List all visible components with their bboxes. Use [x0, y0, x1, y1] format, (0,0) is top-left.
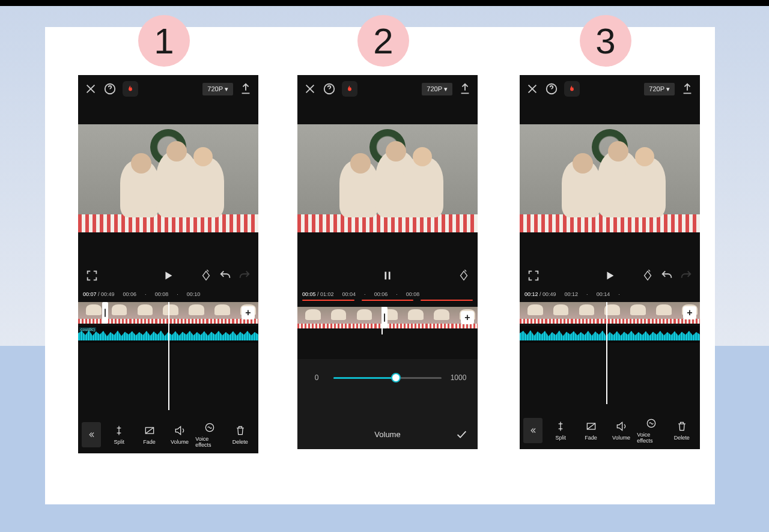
video-preview[interactable]	[520, 124, 700, 232]
playback-controls	[78, 261, 258, 290]
tool-delete[interactable]: Delete	[226, 425, 255, 445]
svg-rect-4	[384, 272, 386, 280]
volume-min-label: 0	[308, 373, 325, 382]
export-icon[interactable]	[458, 82, 472, 95]
export-icon[interactable]	[239, 82, 252, 95]
redo-icon[interactable]	[238, 269, 251, 282]
playhead[interactable]	[381, 307, 383, 334]
tool-voice-effects[interactable]: Voice effects	[195, 422, 224, 448]
resolution-button[interactable]: 720P▾	[644, 83, 675, 95]
step-badge-2: 2	[357, 15, 409, 67]
clip-track[interactable]: +	[520, 302, 700, 324]
audio-clip-label: coustic)	[79, 327, 96, 331]
volume-panel: 0 1000 Volume	[297, 359, 478, 449]
back-button[interactable]	[82, 422, 101, 447]
chevron-down-icon: ▾	[225, 85, 228, 93]
phone-screen-1: 720P▾	[78, 75, 258, 453]
play-icon[interactable]	[603, 269, 616, 282]
playhead[interactable]	[168, 302, 169, 410]
help-icon[interactable]	[545, 82, 558, 95]
tool-split[interactable]: Split	[546, 420, 575, 441]
close-icon[interactable]	[526, 82, 539, 95]
tool-fade[interactable]: Fade	[135, 425, 163, 445]
svg-rect-5	[389, 272, 391, 280]
add-clip-button[interactable]: +	[242, 306, 255, 319]
track-indicators	[302, 300, 473, 303]
fullscreen-icon[interactable]	[85, 269, 99, 282]
playback-controls	[297, 261, 478, 290]
back-button[interactable]	[523, 418, 543, 443]
volume-slider[interactable]	[333, 377, 442, 379]
tool-volume[interactable]: Volume	[165, 425, 194, 445]
resolution-label: 720P	[207, 85, 223, 92]
tool-volume[interactable]: Volume	[607, 420, 636, 441]
tool-delete[interactable]: Delete	[667, 420, 696, 441]
flame-icon[interactable]	[564, 81, 580, 97]
chevron-down-icon: ▾	[444, 85, 448, 93]
undo-icon[interactable]	[660, 269, 673, 282]
tutorial-card: 1 2 3 720P▾	[45, 27, 715, 504]
resolution-label: 720P	[427, 85, 442, 92]
audio-track[interactable]	[520, 326, 700, 343]
confirm-icon[interactable]	[455, 428, 468, 441]
play-icon[interactable]	[162, 269, 175, 282]
clip-trim-handle[interactable]	[102, 302, 108, 324]
close-icon[interactable]	[84, 82, 97, 95]
keyframe-icon[interactable]	[641, 269, 654, 282]
step-badge-3: 3	[580, 15, 631, 67]
pause-icon[interactable]	[381, 269, 394, 282]
export-icon[interactable]	[681, 82, 694, 95]
chevron-down-icon: ▾	[666, 85, 670, 93]
help-icon[interactable]	[103, 82, 117, 95]
topbar: 720P▾	[297, 75, 478, 103]
tool-voice-effects[interactable]: Voice effects	[637, 417, 666, 444]
timecode-row: 00:07 / 00:49 00:06 · 00:08 · 00:10	[78, 290, 258, 298]
flame-icon[interactable]	[342, 81, 357, 97]
playback-controls	[520, 261, 700, 290]
fullscreen-icon[interactable]	[527, 269, 540, 282]
video-preview[interactable]	[78, 124, 258, 232]
video-preview[interactable]	[297, 124, 478, 232]
keyframe-icon[interactable]	[457, 269, 470, 282]
tool-fade[interactable]: Fade	[576, 420, 605, 441]
volume-panel-title: Volume	[374, 430, 400, 439]
close-icon[interactable]	[303, 82, 317, 95]
timecode-row: 00:05 / 01:02 00:04· 00:06· 00:08	[297, 290, 478, 298]
add-clip-button[interactable]: +	[683, 306, 696, 319]
phone-screen-3: 720P▾ 00:12 / 00:49 00:12	[520, 75, 700, 449]
keyframe-icon[interactable]	[199, 269, 213, 282]
step-badge-1: 1	[138, 15, 190, 67]
tools-toolbar: Split Fade Volume Voice effects Delete	[520, 412, 700, 449]
help-icon[interactable]	[323, 82, 336, 95]
playhead[interactable]	[606, 302, 607, 404]
volume-max-label: 1000	[450, 373, 467, 382]
flame-icon[interactable]	[123, 81, 138, 97]
add-clip-button[interactable]: +	[461, 311, 474, 324]
redo-icon[interactable]	[679, 269, 693, 282]
resolution-button[interactable]: 720P▾	[422, 83, 452, 95]
tools-toolbar: Split Fade Volume Voice effects Delete	[78, 416, 258, 453]
topbar: 720P▾	[78, 75, 258, 103]
resolution-label: 720P	[649, 85, 664, 92]
timecode-row: 00:12 / 00:49 00:12· 00:14·	[520, 290, 700, 298]
resolution-button[interactable]: 720P▾	[202, 83, 233, 95]
phone-screen-2: 720P▾ 00:05 / 01:02 00:04· 00:06· 00:08	[297, 75, 478, 449]
tool-split[interactable]: Split	[105, 425, 133, 445]
undo-icon[interactable]	[219, 269, 232, 282]
topbar: 720P▾	[520, 75, 700, 103]
volume-slider-thumb[interactable]	[391, 373, 401, 382]
clip-track[interactable]: +	[297, 307, 478, 328]
